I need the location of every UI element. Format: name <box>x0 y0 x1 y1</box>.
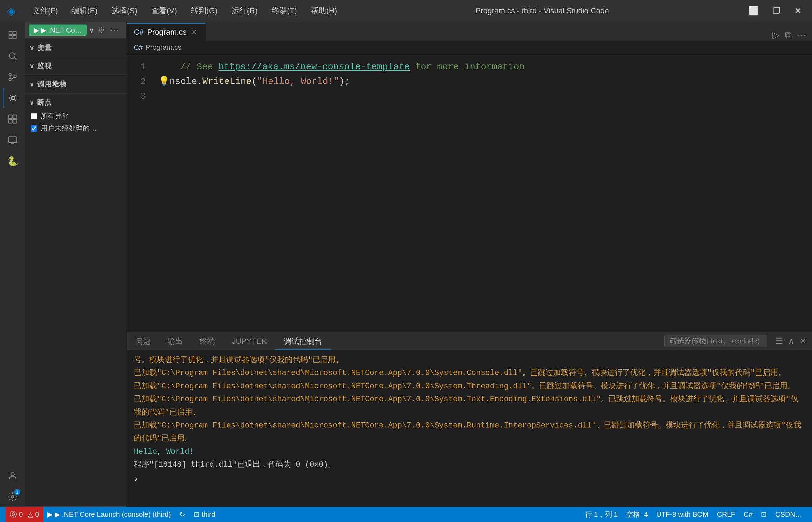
extra-text: CSDN… <box>775 510 802 518</box>
restore-button[interactable]: ❐ <box>769 5 784 17</box>
activity-icon-settings[interactable]: 1 <box>3 487 22 507</box>
svg-rect-12 <box>8 115 12 119</box>
panel-tab-terminal[interactable]: 终端 <box>191 334 223 350</box>
svg-rect-15 <box>13 119 16 123</box>
activity-icon-extensions[interactable] <box>3 109 22 129</box>
status-debug-run[interactable]: ▶ ▶ .NET Core Launch (console) (third) <box>43 507 175 522</box>
line-number-2: 2 <box>127 75 146 89</box>
variables-header[interactable]: ∨ 变量 <box>25 40 126 55</box>
panel-scroll-up-icon[interactable]: ∧ <box>788 336 794 346</box>
more-actions-icon[interactable]: ⋯ <box>797 30 806 41</box>
variables-title: 变量 <box>37 43 52 53</box>
run-debug-button[interactable]: ▶ ▶ .NET Co… <box>29 25 87 36</box>
folder-name: third <box>202 510 215 518</box>
code-link-1[interactable]: https://aka.ms/new-console-template <box>219 60 410 75</box>
status-remote[interactable]: ⊡ <box>757 507 771 522</box>
svg-rect-14 <box>8 119 12 123</box>
watch-title: 监视 <box>37 61 52 71</box>
callstack-header[interactable]: ∨ 调用堆栈 <box>25 77 126 92</box>
menu-select[interactable]: 选择(S) <box>109 4 140 18</box>
activity-icon-python[interactable]: 🐍 <box>3 151 22 171</box>
menu-help[interactable]: 帮助(H) <box>308 4 340 18</box>
lightbulb-icon[interactable]: 💡 <box>158 75 170 89</box>
activity-icon-search[interactable] <box>3 46 22 66</box>
line-numbers: 1 2 3 <box>127 54 151 332</box>
status-spaces[interactable]: 空格: 4 <box>622 507 652 522</box>
code-content[interactable]: // See https://aka.ms/new-console-templa… <box>151 54 812 332</box>
activity-icon-accounts[interactable] <box>3 466 22 486</box>
all-exceptions-checkbox[interactable] <box>31 113 37 119</box>
minimize-button[interactable]: ⬜ <box>745 5 762 17</box>
console-input[interactable] <box>141 475 805 484</box>
code-console: nsole <box>170 75 197 89</box>
status-line-ending[interactable]: CRLF <box>713 507 739 522</box>
console-line-exit: 程序"[18148] third.dll"已退出，代码为 0 (0x0)。 <box>134 458 805 471</box>
variables-chevron: ∨ <box>29 44 34 52</box>
tab-csharp-icon: C# <box>134 28 144 37</box>
tab-close-button[interactable]: ✕ <box>190 28 198 37</box>
panel-tab-actions: ☰ ∧ ✕ <box>654 332 812 350</box>
settings-badge: 1 <box>14 489 20 495</box>
status-line-col[interactable]: 行 1，列 1 <box>581 507 622 522</box>
activity-icon-debug[interactable] <box>3 88 22 108</box>
menu-view[interactable]: 查看(V) <box>149 4 180 18</box>
svg-line-10 <box>12 77 14 79</box>
menu-terminal[interactable]: 终端(T) <box>269 4 300 18</box>
debug-dropdown-arrow[interactable]: ∨ <box>89 26 94 34</box>
panel-tab-debug-console[interactable]: 调试控制台 <box>275 334 331 350</box>
close-button[interactable]: ✕ <box>791 5 805 17</box>
activity-icon-remote-explorer[interactable] <box>3 130 22 150</box>
status-folder[interactable]: ⊡ third <box>190 507 220 522</box>
menu-run[interactable]: 运行(R) <box>229 4 261 18</box>
code-line-1: // See https://aka.ms/new-console-templa… <box>158 60 812 75</box>
status-extra[interactable]: CSDN… <box>771 507 806 522</box>
panel-tab-jupyter[interactable]: JUPYTER <box>223 334 275 350</box>
status-sync[interactable]: ↻ <box>175 507 190 522</box>
menu-file[interactable]: 文件(F) <box>30 4 61 18</box>
breakpoint-all-exceptions: 所有异常 <box>25 110 126 122</box>
panel-close-icon[interactable]: ✕ <box>799 336 806 346</box>
line-ending-text: CRLF <box>717 510 735 518</box>
callstack-chevron: ∨ <box>29 81 34 88</box>
menu-edit[interactable]: 编辑(E) <box>69 4 100 18</box>
watch-section: ∨ 监视 <box>25 57 126 75</box>
svg-point-8 <box>14 75 16 77</box>
vscode-logo: ◈ <box>7 4 16 18</box>
panel-tab-output[interactable]: 输出 <box>159 334 191 350</box>
breakpoints-header[interactable]: ∨ 断点 <box>25 95 126 110</box>
debug-toolbar: ▶ ▶ .NET Co… ∨ ⚙ ⋯ <box>25 22 126 39</box>
user-unhandled-checkbox[interactable] <box>31 125 37 132</box>
main-layout: 🐍 1 ▶ ▶ .NET Co… ∨ ⚙ ⋯ <box>0 22 812 507</box>
activity-icon-source-control[interactable] <box>3 67 22 87</box>
status-errors[interactable]: ⓪ 0 △ 0 <box>6 507 43 522</box>
split-editor-icon[interactable]: ⧉ <box>785 30 792 41</box>
status-bar: ⓪ 0 △ 0 ▶ ▶ .NET Core Launch (console) (… <box>0 507 812 522</box>
debug-settings-icon[interactable]: ⚙ <box>96 24 107 36</box>
svg-point-19 <box>11 473 14 476</box>
status-encoding[interactable]: UTF-8 with BOM <box>652 507 713 522</box>
svg-rect-13 <box>13 115 16 119</box>
activity-icon-explorer[interactable] <box>3 25 22 45</box>
tab-program-cs[interactable]: C# Program.cs ✕ <box>127 23 206 41</box>
debug-run-label: ▶ .NET Core Launch (console) (third) <box>55 510 171 518</box>
breadcrumb-path[interactable]: Program.cs <box>146 43 181 51</box>
svg-point-7 <box>9 78 12 81</box>
console-line-1: 号。模块进行了优化，并且调试器选项"仅我的代码"已启用。 <box>134 354 805 367</box>
breakpoints-title: 断点 <box>37 98 52 107</box>
status-language[interactable]: C# <box>739 507 757 522</box>
panel-tab-problems[interactable]: 问题 <box>127 334 159 350</box>
warning-icon: △ <box>28 510 33 518</box>
watch-header[interactable]: ∨ 监视 <box>25 58 126 74</box>
error-icon: ⓪ <box>10 510 17 519</box>
panel-list-icon[interactable]: ☰ <box>776 336 783 346</box>
svg-rect-3 <box>13 35 16 39</box>
activity-bar: 🐍 1 <box>0 22 25 507</box>
line-number-1: 1 <box>127 60 146 75</box>
variables-section: ∨ 变量 <box>25 39 126 57</box>
console-filter-input[interactable] <box>664 335 766 347</box>
console-output: 号。模块进行了优化，并且调试器选项"仅我的代码"已启用。 已加载"C:\Prog… <box>127 350 812 507</box>
run-icon[interactable]: ▷ <box>772 30 779 41</box>
code-editor[interactable]: 1 2 3 // See https://aka.ms/new-console-… <box>127 54 812 332</box>
menu-goto[interactable]: 转到(G) <box>188 4 220 18</box>
debug-more-icon[interactable]: ⋯ <box>109 24 120 36</box>
